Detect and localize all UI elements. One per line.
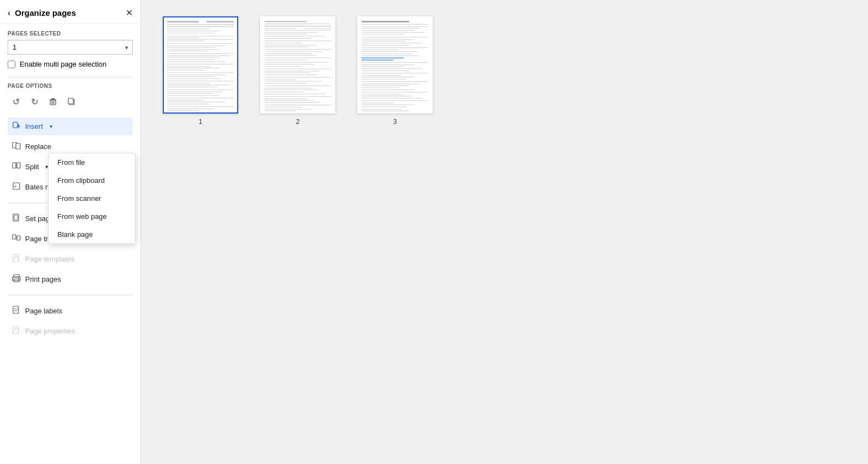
svg-rect-154 — [362, 79, 407, 79]
sidebar: ‹ Organize pages ✕ PAGES SELECTED 1 2 3 … — [0, 0, 141, 464]
close-icon[interactable]: ✕ — [126, 8, 133, 18]
print-svg-icon — [12, 274, 21, 283]
svg-rect-100 — [264, 57, 331, 58]
bates-icon: # — [12, 182, 21, 192]
page-options-label: PAGE OPTIONS — [8, 83, 133, 89]
enable-multi-checkbox[interactable] — [8, 61, 15, 68]
insert-label: Insert — [25, 122, 43, 130]
sidebar-title: ‹ Organize pages — [8, 8, 76, 18]
svg-rect-138 — [362, 45, 409, 45]
svg-rect-50 — [167, 47, 215, 47]
page-item-1[interactable]: 1 — [163, 16, 238, 126]
svg-rect-161 — [362, 94, 404, 94]
page-labels-group: Page labels — [8, 302, 133, 320]
svg-rect-122 — [264, 105, 331, 105]
svg-rect-124 — [264, 109, 312, 110]
page-templates-group: Page templates — [8, 250, 133, 268]
svg-rect-109 — [264, 77, 331, 78]
icon-toolbar: ↺ ↻ — [8, 93, 133, 110]
svg-rect-153 — [362, 76, 415, 77]
print-pages-button[interactable]: Print pages — [8, 270, 133, 288]
page-properties-label: Page properties — [25, 327, 75, 335]
page-boxes-svg-icon — [12, 213, 21, 222]
svg-rect-21 — [17, 236, 20, 240]
copy-icon — [67, 97, 76, 106]
page-number-3: 3 — [393, 118, 397, 126]
svg-rect-116 — [264, 92, 304, 92]
svg-rect-45 — [167, 38, 199, 38]
svg-rect-43 — [167, 33, 215, 33]
page-labels-button[interactable]: Page labels — [8, 302, 133, 320]
svg-rect-67 — [167, 83, 210, 84]
svg-rect-53 — [167, 53, 234, 54]
svg-rect-88 — [264, 32, 317, 33]
svg-rect-48 — [167, 43, 234, 44]
svg-rect-164 — [362, 100, 428, 101]
redo-button[interactable]: ↻ — [26, 93, 43, 110]
svg-rect-112 — [264, 83, 307, 84]
svg-rect-91 — [264, 38, 312, 38]
insert-button[interactable]: Insert ▾ — [8, 117, 133, 135]
back-icon[interactable]: ‹ — [8, 8, 10, 18]
svg-rect-123 — [264, 107, 302, 108]
replace-svg-icon — [12, 141, 21, 150]
dropdown-blank-page[interactable]: Blank page — [49, 225, 135, 243]
dropdown-from-file[interactable]: From file — [49, 153, 135, 171]
svg-rect-68 — [167, 85, 231, 85]
svg-rect-61 — [167, 70, 204, 70]
page-number-1: 1 — [199, 118, 203, 126]
svg-rect-56 — [167, 59, 215, 60]
split-label: Split — [25, 163, 39, 171]
page-thumbnail-1[interactable] — [163, 16, 238, 114]
svg-rect-66 — [167, 81, 234, 81]
page-item-3[interactable]: 3 — [357, 16, 433, 126]
svg-rect-82 — [264, 21, 307, 22]
svg-rect-133 — [362, 34, 404, 35]
svg-rect-13 — [13, 163, 16, 168]
copy-button[interactable] — [63, 93, 80, 110]
svg-rect-119 — [264, 98, 307, 99]
svg-rect-137 — [362, 43, 423, 43]
svg-rect-33 — [13, 326, 19, 334]
svg-rect-57 — [167, 61, 226, 62]
svg-rect-105 — [264, 69, 331, 69]
print-pages-group: Print pages — [8, 270, 133, 288]
svg-rect-8 — [13, 122, 17, 128]
insert-svg-icon — [12, 121, 21, 130]
sidebar-title-text: Organize pages — [15, 8, 76, 17]
templates-svg-icon — [12, 254, 21, 263]
svg-rect-30 — [13, 306, 19, 313]
svg-rect-101 — [264, 60, 307, 60]
page-select[interactable]: 1 2 3 — [8, 40, 133, 55]
svg-rect-83 — [264, 23, 331, 24]
page-thumbnail-3[interactable] — [357, 16, 433, 114]
svg-rect-94 — [264, 45, 317, 45]
page-templates-button: Page templates — [8, 250, 133, 268]
page-properties-icon — [12, 326, 21, 336]
page-item-2[interactable]: 2 — [260, 16, 335, 126]
svg-rect-38 — [206, 21, 234, 22]
svg-rect-125 — [264, 111, 296, 111]
replace-label: Replace — [25, 142, 51, 151]
divider-1 — [8, 77, 133, 78]
insert-group: Insert ▾ — [8, 117, 133, 135]
svg-rect-52 — [167, 51, 210, 51]
svg-rect-117 — [264, 93, 326, 94]
page-templates-icon — [12, 254, 21, 264]
svg-rect-95 — [264, 46, 310, 47]
dropdown-from-clipboard[interactable]: From clipboard — [49, 171, 135, 189]
page-labels-label: Page labels — [25, 307, 62, 315]
split-svg-icon — [12, 162, 21, 170]
page-thumbnail-2[interactable] — [260, 16, 335, 114]
sidebar-body: PAGES SELECTED 1 2 3 ▾ Enable multi page… — [0, 24, 140, 464]
enable-multi-label: Enable multi page selection — [20, 60, 107, 68]
delete-button[interactable] — [45, 93, 61, 110]
svg-rect-151 — [362, 73, 428, 74]
svg-rect-42 — [167, 31, 220, 31]
svg-rect-90 — [264, 36, 326, 37]
svg-rect-113 — [264, 86, 331, 86]
svg-rect-131 — [362, 30, 415, 31]
undo-button[interactable]: ↺ — [8, 93, 24, 110]
dropdown-from-scanner[interactable]: From scanner — [49, 189, 135, 207]
dropdown-from-web-page[interactable]: From web page — [49, 207, 135, 225]
